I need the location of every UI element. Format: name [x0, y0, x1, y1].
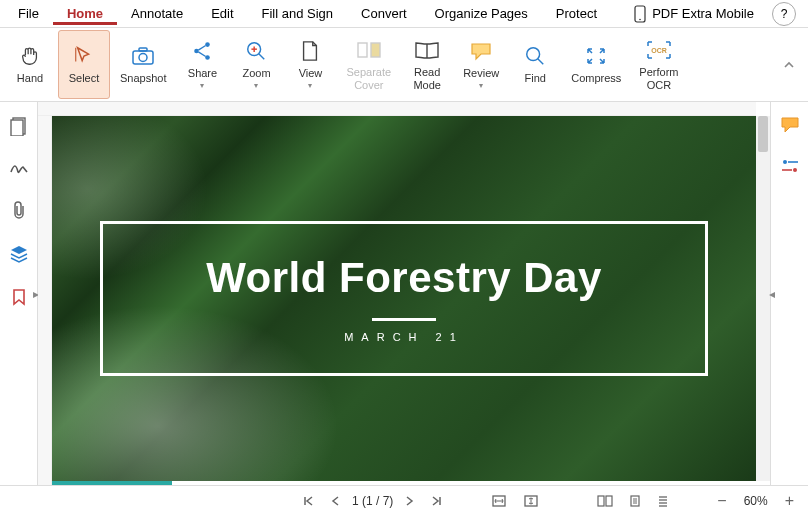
document-date: MARCH 21 — [344, 331, 464, 343]
zoom-button[interactable]: Zoom ▾ — [230, 30, 282, 99]
view-mode-group — [593, 492, 673, 510]
camera-icon — [131, 43, 155, 69]
menu-home[interactable]: Home — [53, 2, 117, 25]
zoom-label: Zoom — [242, 67, 270, 80]
svg-rect-16 — [371, 43, 380, 57]
find-icon — [524, 43, 546, 69]
settings-panel-icon[interactable] — [780, 158, 800, 174]
menu-file[interactable]: File — [4, 2, 53, 25]
share-button[interactable]: Share ▾ — [176, 30, 228, 99]
read-label-2: Mode — [413, 79, 441, 92]
view-label: View — [299, 67, 323, 80]
scrollbar-thumb[interactable] — [758, 116, 768, 152]
document-title: World Forestry Day — [206, 254, 602, 302]
menu-annotate[interactable]: Annotate — [117, 2, 197, 25]
svg-point-6 — [195, 49, 200, 54]
title-separator — [372, 318, 436, 321]
svg-line-12 — [259, 54, 265, 60]
ribbon: Hand Select Snapshot Share ▾ Zoom ▾ View… — [0, 28, 808, 102]
svg-point-24 — [793, 168, 797, 172]
svg-point-1 — [639, 18, 641, 20]
svg-rect-5 — [139, 48, 147, 51]
book-icon — [414, 37, 440, 63]
pages-panel-icon[interactable] — [10, 116, 28, 136]
zoom-group: − 60% + — [713, 490, 798, 512]
view-button[interactable]: View ▾ — [284, 30, 336, 99]
find-label: Find — [525, 72, 546, 85]
last-page-button[interactable] — [427, 493, 447, 509]
ocr-label-2: OCR — [647, 79, 671, 92]
mobile-link[interactable]: PDF Extra Mobile — [624, 1, 764, 27]
find-button[interactable]: Find — [509, 30, 561, 99]
page-icon — [300, 38, 320, 64]
status-bar: 1 (1 / 7) − 60% + — [0, 485, 808, 515]
svg-rect-28 — [598, 496, 604, 506]
document-page: World Forestry Day MARCH 21 — [52, 116, 756, 481]
view-mode-continuous-button[interactable] — [653, 492, 673, 510]
hand-label: Hand — [17, 72, 43, 85]
mobile-icon — [634, 5, 646, 23]
menu-fill-sign[interactable]: Fill and Sign — [248, 2, 348, 25]
right-panel: ◂ — [770, 102, 808, 485]
attachments-panel-icon[interactable] — [11, 200, 27, 220]
svg-rect-29 — [606, 496, 612, 506]
ocr-label-1: Perform — [639, 66, 678, 79]
snapshot-button[interactable]: Snapshot — [112, 30, 174, 99]
hand-icon — [19, 43, 41, 69]
view-mode-single-button[interactable] — [625, 492, 645, 510]
chevron-down-icon: ▾ — [308, 81, 312, 91]
snapshot-label: Snapshot — [120, 72, 166, 85]
menu-organize-pages[interactable]: Organize Pages — [421, 2, 542, 25]
comments-panel-icon[interactable] — [780, 116, 800, 134]
svg-point-17 — [527, 48, 540, 61]
share-label: Share — [188, 67, 217, 80]
bookmarks-panel-icon[interactable] — [12, 288, 26, 306]
document-view: World Forestry Day MARCH 21 — [38, 102, 770, 485]
signatures-panel-icon[interactable] — [9, 160, 29, 176]
separate-label-2: Cover — [354, 79, 383, 92]
read-mode-button[interactable]: Read Mode — [401, 30, 453, 99]
svg-point-7 — [206, 42, 211, 47]
collapse-ribbon-button[interactable] — [774, 30, 804, 99]
share-icon — [191, 38, 213, 64]
review-button[interactable]: Review ▾ — [455, 30, 507, 99]
svg-rect-15 — [358, 43, 367, 57]
fit-page-button[interactable] — [519, 492, 543, 510]
menu-convert[interactable]: Convert — [347, 2, 421, 25]
read-label-1: Read — [414, 66, 440, 79]
select-button[interactable]: Select — [58, 30, 110, 99]
page-canvas[interactable]: World Forestry Day MARCH 21 — [52, 116, 756, 481]
svg-point-22 — [783, 160, 787, 164]
mobile-label: PDF Extra Mobile — [652, 6, 754, 21]
chevron-up-icon — [782, 58, 796, 72]
svg-line-10 — [199, 52, 206, 57]
svg-line-9 — [199, 46, 206, 51]
main-area: ▸ World Forestry Day MARCH 21 ◂ — [0, 102, 808, 485]
menu-protect[interactable]: Protect — [542, 2, 611, 25]
help-button[interactable]: ? — [772, 2, 796, 26]
page-info: 1 (1 / 7) — [352, 494, 393, 508]
svg-line-18 — [538, 59, 544, 65]
page-nav: 1 (1 / 7) — [298, 493, 447, 509]
compress-button[interactable]: Compress — [563, 30, 629, 99]
progress-bar — [52, 481, 172, 485]
fit-width-button[interactable] — [487, 492, 511, 510]
zoom-out-button[interactable]: − — [713, 490, 730, 512]
view-mode-spread-button[interactable] — [593, 492, 617, 510]
separate-label-1: Separate — [346, 66, 391, 79]
right-expand-button[interactable]: ◂ — [769, 287, 775, 301]
chevron-down-icon: ▾ — [200, 81, 204, 91]
zoom-in-button[interactable]: + — [781, 490, 798, 512]
menu-edit[interactable]: Edit — [197, 2, 247, 25]
layers-panel-icon[interactable] — [9, 244, 29, 264]
next-page-button[interactable] — [401, 493, 419, 509]
chevron-down-icon: ▾ — [254, 81, 258, 91]
first-page-button[interactable] — [298, 493, 318, 509]
review-label: Review — [463, 67, 499, 80]
hand-button[interactable]: Hand — [4, 30, 56, 99]
prev-page-button[interactable] — [326, 493, 344, 509]
vertical-scrollbar[interactable] — [756, 116, 770, 481]
ocr-button[interactable]: OCR Perform OCR — [631, 30, 686, 99]
zoom-level: 60% — [739, 494, 773, 508]
svg-point-8 — [206, 55, 211, 60]
